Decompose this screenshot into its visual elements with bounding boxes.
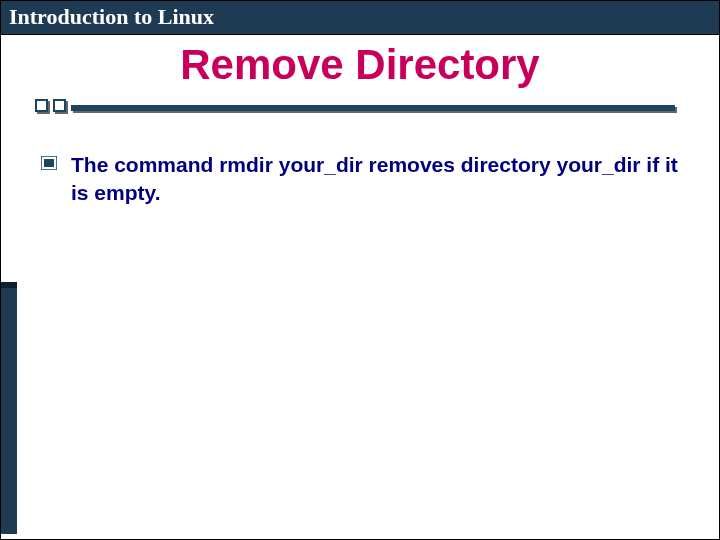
divider-decoration [35,99,675,113]
slide: Introduction to Linux Remove Directory T… [0,0,720,540]
divider-line [71,105,675,111]
svg-rect-1 [44,159,54,167]
divider-box-icon [35,99,48,112]
course-title: Introduction to Linux [9,4,214,29]
slide-title: Remove Directory [1,41,719,89]
header-bar: Introduction to Linux [1,1,719,35]
divider-box-icon [53,99,66,112]
left-accent-bar [1,282,17,534]
bullet-icon [41,156,57,174]
bullet-text: The command rmdir your_dir removes direc… [71,151,679,208]
list-item: The command rmdir your_dir removes direc… [41,151,679,208]
body-area: The command rmdir your_dir removes direc… [41,151,679,208]
